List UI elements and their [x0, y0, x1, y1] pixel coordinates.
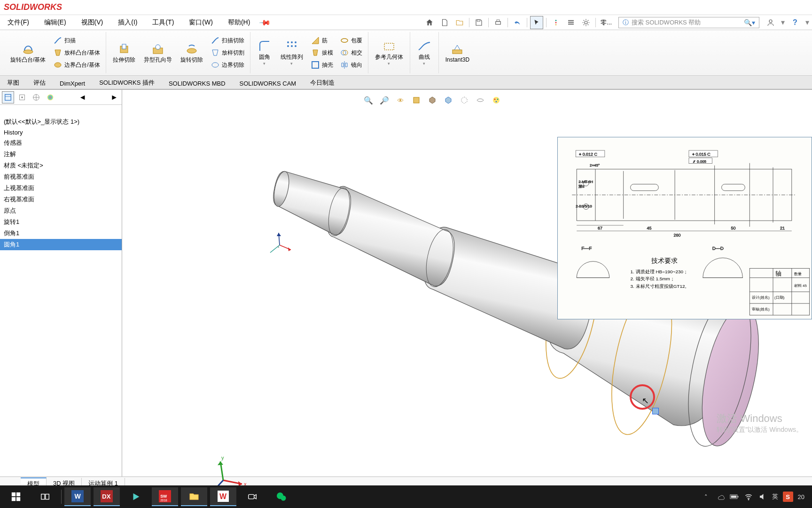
- fillet-button[interactable]: 圆角▾: [254, 38, 275, 67]
- scene-icon[interactable]: [474, 94, 487, 107]
- tree-revolve1[interactable]: 旋转1: [0, 216, 122, 228]
- new-icon[interactable]: [438, 16, 451, 29]
- section-view-icon[interactable]: [410, 94, 423, 107]
- panel-left-arrow-icon[interactable]: ◄: [77, 93, 88, 102]
- undo-icon[interactable]: [511, 16, 524, 29]
- zoom-area-icon[interactable]: 🔎: [378, 94, 391, 107]
- home-icon[interactable]: [423, 16, 436, 29]
- revolve-cut-button[interactable]: 旋转切除: [178, 40, 206, 65]
- tab-evaluate[interactable]: 评估: [26, 76, 53, 89]
- task-media[interactable]: [123, 487, 149, 506]
- ref-geometry-button[interactable]: 参考几何体▾: [372, 38, 406, 67]
- menu-edit[interactable]: 编辑(E): [37, 18, 74, 27]
- print-icon[interactable]: [492, 16, 505, 29]
- rebuild-icon[interactable]: [549, 16, 562, 29]
- tab-sketch[interactable]: 草图: [0, 76, 26, 89]
- panel-right-arrow-icon[interactable]: ►: [109, 93, 120, 102]
- search-icon[interactable]: 🔍▾: [744, 19, 755, 26]
- task-word[interactable]: W: [64, 487, 91, 506]
- rib-button[interactable]: 筋: [309, 35, 335, 46]
- tray-wifi-icon[interactable]: [744, 492, 753, 501]
- tray-battery-icon[interactable]: [730, 492, 739, 501]
- tray-up-icon[interactable]: ˄: [702, 492, 711, 501]
- mirror-button[interactable]: 镜向: [338, 59, 364, 71]
- help-icon[interactable]: ?: [789, 16, 802, 29]
- tree-chamfer1[interactable]: 倒角1: [0, 228, 122, 239]
- tree-right-plane[interactable]: 右视基准面: [0, 194, 122, 205]
- draft-button[interactable]: 拔模: [309, 47, 335, 58]
- cut-extrude-button[interactable]: 拉伸切除: [110, 40, 138, 65]
- menu-insert[interactable]: 插入(I): [110, 18, 145, 27]
- tab-today[interactable]: 今日制造: [303, 76, 342, 89]
- tray-volume-icon[interactable]: [758, 492, 767, 501]
- sweep-button[interactable]: 扫描: [51, 35, 102, 46]
- options-icon[interactable]: [564, 16, 578, 29]
- zoom-fit-icon[interactable]: 🔍: [362, 94, 375, 107]
- intersect-button[interactable]: 相交: [338, 47, 364, 58]
- loft-button[interactable]: 放样凸台/基体: [51, 47, 102, 58]
- save-icon[interactable]: [472, 16, 485, 29]
- menu-file[interactable]: 文件(F): [0, 18, 37, 27]
- feature-tree-tab-icon[interactable]: [2, 91, 14, 103]
- menu-view[interactable]: 视图(V): [74, 18, 111, 27]
- menu-tools[interactable]: 工具(T): [145, 18, 181, 27]
- instant3d-button[interactable]: Instant3D: [443, 40, 472, 65]
- tree-material[interactable]: 材质 <未指定>: [0, 160, 122, 171]
- display-style-icon[interactable]: [442, 94, 455, 107]
- tray-ime-icon[interactable]: S: [783, 492, 793, 502]
- tray-clock[interactable]: 20: [798, 493, 804, 500]
- appearance-tab-icon[interactable]: [44, 91, 56, 103]
- pattern-button[interactable]: 线性阵列▾: [278, 38, 306, 67]
- tab-mbd[interactable]: SOLIDWORKS MBD: [162, 78, 233, 89]
- pin-icon[interactable]: 📌: [256, 13, 275, 32]
- view-orient-icon[interactable]: [426, 94, 439, 107]
- task-solidworks[interactable]: SW2018: [152, 487, 178, 506]
- wrap-button[interactable]: 包覆: [338, 35, 364, 46]
- viewport[interactable]: 🔍 🔎: [122, 90, 812, 476]
- tree-fillet1[interactable]: 圆角1: [0, 239, 122, 250]
- menu-window[interactable]: 窗口(W): [181, 18, 220, 27]
- property-tab-icon[interactable]: [16, 91, 28, 103]
- select-icon[interactable]: [530, 16, 543, 29]
- tab-cam[interactable]: SOLIDWORKS CAM: [233, 78, 304, 89]
- coordinate-triad[interactable]: x y z: [200, 283, 256, 504]
- tray-onedrive-icon[interactable]: [716, 492, 725, 501]
- task-explorer[interactable]: [181, 487, 207, 506]
- curves-button[interactable]: 曲线▾: [414, 38, 435, 67]
- open-icon[interactable]: [453, 16, 466, 29]
- settings-icon[interactable]: [579, 16, 593, 29]
- search-input[interactable]: ⓘ 搜索 SOLIDWORKS 帮助 🔍▾: [618, 17, 759, 28]
- user-icon[interactable]: [764, 16, 777, 29]
- task-dx[interactable]: DX: [94, 487, 120, 506]
- svg-point-9: [585, 21, 587, 24]
- tab-addins[interactable]: SOLIDWORKS 插件: [92, 76, 162, 89]
- task-view-button[interactable]: [32, 487, 58, 506]
- appearance-icon[interactable]: [490, 94, 503, 107]
- tree-top-plane[interactable]: 上视基准面: [0, 183, 122, 194]
- tree-history[interactable]: History: [0, 127, 122, 137]
- reference-drawing[interactable]: 260 67 45 50 21 ⌖ 0.012 C ⌖ 0.015 C ⫽ 0.…: [557, 137, 812, 319]
- task-camera[interactable]: [239, 487, 265, 506]
- tree-sensors[interactable]: 传感器: [0, 137, 122, 149]
- task-wps[interactable]: W: [210, 487, 236, 506]
- boundary-cut-button[interactable]: 边界切除: [209, 59, 246, 71]
- tree-front-plane[interactable]: 前视基准面: [0, 171, 122, 183]
- tray-lang[interactable]: 英: [772, 492, 778, 501]
- tree-display-state[interactable]: (默认<<默认>_显示状态 1>): [0, 116, 122, 127]
- hide-show-icon[interactable]: [458, 94, 471, 107]
- task-wechat[interactable]: [268, 487, 295, 506]
- shell-button[interactable]: 抽壳: [309, 59, 335, 71]
- start-button[interactable]: [3, 487, 29, 506]
- prev-view-icon[interactable]: [394, 94, 407, 107]
- menu-help[interactable]: 帮助(H): [220, 18, 258, 27]
- tab-dimxpert[interactable]: DimXpert: [53, 78, 92, 89]
- svg-text:审核(姓名): 审核(姓名): [752, 307, 770, 311]
- config-tab-icon[interactable]: [30, 91, 42, 103]
- tree-annotations[interactable]: 注解: [0, 149, 122, 160]
- tree-origin[interactable]: 原点: [0, 205, 122, 216]
- boundary-button[interactable]: 边界凸台/基体: [51, 59, 102, 71]
- revolve-boss-button[interactable]: 旋转凸台/基体: [8, 40, 48, 65]
- hole-wizard-button[interactable]: 异型孔向导: [141, 40, 175, 65]
- loft-cut-button[interactable]: 放样切割: [209, 47, 246, 58]
- sweep-cut-button[interactable]: 扫描切除: [209, 35, 246, 46]
